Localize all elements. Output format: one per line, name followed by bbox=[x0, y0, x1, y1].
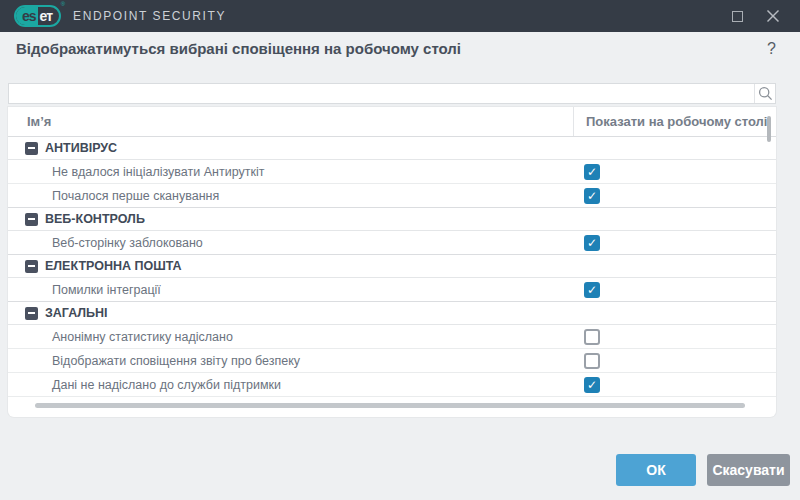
group-row[interactable]: АНТИВІРУС bbox=[8, 136, 776, 160]
notification-label: Відображати сповіщення звіту про безпеку bbox=[52, 354, 300, 368]
search-button[interactable] bbox=[754, 84, 775, 103]
eset-logo-right: ет bbox=[38, 7, 59, 25]
notification-row[interactable]: Дані не надіслано до служби підтримки✓ bbox=[8, 373, 776, 397]
table-rows: АНТИВІРУСНе вдалося ініціалізувати Антир… bbox=[8, 136, 776, 397]
window-controls bbox=[726, 5, 800, 27]
notification-label: Помилки інтеграції bbox=[52, 283, 161, 297]
close-icon bbox=[766, 9, 780, 23]
notification-label: Не вдалося ініціалізувати Антируткіт bbox=[52, 165, 264, 179]
notifications-table: Ім’я Показати на робочому столі АНТИВІРУ… bbox=[8, 107, 776, 417]
column-header-show-on-desktop: Показати на робочому столі bbox=[573, 107, 776, 136]
notification-row[interactable]: Помилки інтеграції✓ bbox=[8, 278, 776, 302]
maximize-button[interactable] bbox=[726, 5, 748, 27]
group-label: АНТИВІРУС bbox=[45, 141, 117, 155]
search-input[interactable] bbox=[9, 84, 754, 103]
show-on-desktop-checkbox[interactable]: ✓ bbox=[584, 164, 600, 180]
titlebar: es ет ® ENDPOINT SECURITY bbox=[0, 0, 800, 32]
product-name: ENDPOINT SECURITY bbox=[73, 9, 226, 23]
ok-button[interactable]: ОК bbox=[616, 454, 696, 486]
table-header: Ім’я Показати на робочому столі bbox=[8, 107, 776, 137]
show-on-desktop-checkbox[interactable]: ✓ bbox=[584, 235, 600, 251]
notification-label: Веб-сторінку заблоковано bbox=[52, 236, 203, 250]
show-on-desktop-checkbox[interactable] bbox=[584, 353, 600, 369]
vertical-scrollbar[interactable] bbox=[767, 116, 771, 142]
column-header-name: Ім’я bbox=[8, 107, 573, 136]
group-label: ЕЛЕКТРОННА ПОШТА bbox=[45, 259, 182, 273]
notification-row[interactable]: Не вдалося ініціалізувати Антируткіт✓ bbox=[8, 160, 776, 184]
page-title: Відображатимуться вибрані сповіщення на … bbox=[16, 40, 716, 57]
group-row[interactable]: ВЕБ-КОНТРОЛЬ bbox=[8, 207, 776, 231]
show-on-desktop-checkbox[interactable]: ✓ bbox=[584, 188, 600, 204]
eset-logo: es ет ® bbox=[14, 5, 61, 27]
cancel-button[interactable]: Скасувати bbox=[707, 454, 790, 486]
collapse-icon[interactable] bbox=[25, 260, 38, 273]
notification-row[interactable]: Почалося перше сканування✓ bbox=[8, 184, 776, 208]
collapse-icon[interactable] bbox=[25, 142, 38, 155]
eset-logo-left: es bbox=[16, 7, 38, 25]
notification-row[interactable]: Веб-сторінку заблоковано✓ bbox=[8, 231, 776, 255]
notification-row[interactable]: Анонімну статистику надіслано bbox=[8, 325, 776, 349]
group-label: ЗАГАЛЬНІ bbox=[45, 306, 108, 320]
maximize-icon bbox=[732, 11, 743, 22]
notification-label: Анонімну статистику надіслано bbox=[52, 330, 233, 344]
notification-row[interactable]: Відображати сповіщення звіту про безпеку bbox=[8, 349, 776, 373]
close-button[interactable] bbox=[762, 5, 784, 27]
horizontal-scrollbar[interactable] bbox=[35, 403, 745, 408]
search-bar bbox=[8, 83, 776, 104]
show-on-desktop-checkbox[interactable]: ✓ bbox=[584, 282, 600, 298]
group-row[interactable]: ЗАГАЛЬНІ bbox=[8, 301, 776, 325]
registered-mark: ® bbox=[61, 1, 65, 7]
help-icon[interactable]: ? bbox=[767, 40, 776, 58]
notification-label: Дані не надіслано до служби підтримки bbox=[52, 378, 281, 392]
collapse-icon[interactable] bbox=[25, 213, 38, 226]
search-icon bbox=[758, 86, 773, 101]
group-label: ВЕБ-КОНТРОЛЬ bbox=[45, 212, 145, 226]
group-row[interactable]: ЕЛЕКТРОННА ПОШТА bbox=[8, 254, 776, 278]
collapse-icon[interactable] bbox=[25, 307, 38, 320]
notification-label: Почалося перше сканування bbox=[52, 189, 219, 203]
show-on-desktop-checkbox[interactable]: ✓ bbox=[584, 377, 600, 393]
show-on-desktop-checkbox[interactable] bbox=[584, 329, 600, 345]
